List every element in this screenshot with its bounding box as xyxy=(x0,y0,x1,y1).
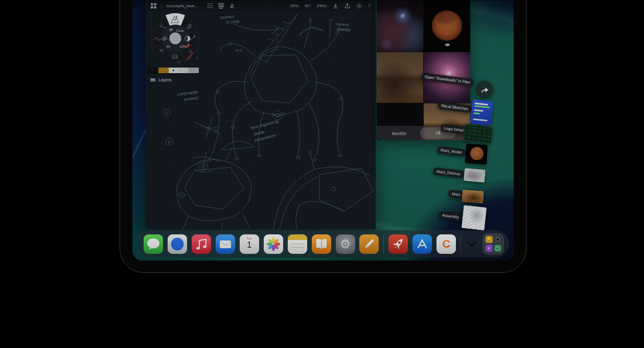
drag-thumb-mars[interactable] xyxy=(462,190,484,204)
appstore-a-icon xyxy=(412,234,432,254)
tab-all-label: All xyxy=(435,130,440,136)
photos-app-window: Months All xyxy=(377,1,470,140)
c-app-glyph: C xyxy=(442,238,450,250)
accent-tool-value: 5.91 xyxy=(195,55,199,60)
swatch-light-selected[interactable] xyxy=(169,68,178,73)
music-note-icon xyxy=(192,234,211,254)
dock-app-rocket[interactable] xyxy=(388,234,408,254)
dock-app-mail[interactable] xyxy=(216,234,235,254)
swatch-gray[interactable] xyxy=(189,68,199,73)
stacked-lines-icon[interactable] xyxy=(218,3,224,9)
pen-nib-icon[interactable] xyxy=(229,3,235,9)
dock-app-settings[interactable]: ⚙ xyxy=(336,234,355,254)
hub-size-value: 1.6 pts xyxy=(176,29,184,32)
drag-thumb-mars-deimos[interactable] xyxy=(464,168,486,182)
drag-thumb-logo-detail[interactable] xyxy=(463,124,493,144)
dock-app-drawing[interactable] xyxy=(359,234,379,254)
note-v2: V=2 xyxy=(235,48,243,53)
photos-flower-icon xyxy=(264,234,283,254)
note-num1: 1 xyxy=(166,111,168,115)
settings-gear-icon[interactable] xyxy=(356,3,362,9)
import-icon[interactable] xyxy=(333,3,338,9)
share-drop-button[interactable] xyxy=(476,81,493,98)
selected-tool-size: 1.6 xyxy=(173,15,177,18)
dock-app-photos[interactable] xyxy=(264,234,283,254)
tool-wheel[interactable]: 1.6 1.3 3.5 A xyxy=(148,12,203,67)
dock-app-music[interactable] xyxy=(192,234,211,254)
notes-line xyxy=(291,247,304,248)
ipad-screen: connect to solar V=2 comms satellite Lon… xyxy=(132,1,514,260)
dock-collapse-button[interactable] xyxy=(466,234,478,254)
dock-divider xyxy=(383,235,384,253)
gallery-icon[interactable] xyxy=(151,3,156,9)
mail-envelope-icon xyxy=(216,234,235,254)
forward-arrow-icon xyxy=(480,86,489,93)
ipad-device-frame: connect to solar V=2 comms satellite Lon… xyxy=(120,0,526,273)
concepts-app-window: connect to solar V=2 comms satellite Lon… xyxy=(146,1,376,229)
canvas-angle[interactable]: 90° xyxy=(305,4,311,8)
dock-app-books[interactable] xyxy=(312,234,331,254)
dock: Tue 1 xyxy=(139,230,509,257)
photo-mars-globe[interactable] xyxy=(424,1,470,52)
calendar-weekday: Tue xyxy=(247,237,251,240)
app-library-mini-tips: 💡 xyxy=(486,236,493,243)
dock-app-calendar[interactable]: Tue 1 xyxy=(240,234,259,254)
pro-badge[interactable]: PRO xyxy=(317,4,327,8)
note-connect-2: to solar xyxy=(226,19,240,25)
note-num2: 2 xyxy=(168,140,170,144)
dock-app-appstore[interactable] xyxy=(412,234,432,254)
swatch-black[interactable] xyxy=(147,68,158,73)
dock-app-library[interactable]: 💡 ★ xyxy=(482,233,504,255)
dock-app-notes[interactable] xyxy=(288,234,307,254)
notes-line xyxy=(291,244,304,245)
dock-app-c[interactable]: C xyxy=(436,234,456,254)
stage: connect to solar V=2 comms satellite Lon… xyxy=(0,0,644,348)
layers-menu-icon xyxy=(150,77,155,82)
swatch-light-gray[interactable] xyxy=(178,68,189,73)
messages-bubble-icon xyxy=(144,234,163,254)
concepts-toolbar: Concepts_blue… xyxy=(146,1,376,11)
layers-label: Layers xyxy=(158,77,172,82)
opacity-max: 100% xyxy=(180,45,187,48)
color-palette-bar[interactable] xyxy=(147,68,199,73)
export-icon[interactable] xyxy=(344,3,350,9)
books-open-book-icon xyxy=(312,234,331,254)
dock-app-safari[interactable] xyxy=(168,234,187,254)
pen-icon xyxy=(359,234,379,254)
photo-mars-hills[interactable] xyxy=(377,52,423,103)
photo-nebula-flame[interactable] xyxy=(377,1,423,52)
wheel-knob[interactable] xyxy=(170,33,181,45)
dock-divider xyxy=(461,235,461,253)
safari-compass-icon xyxy=(168,234,187,254)
document-title[interactable]: Concepts_blue… xyxy=(166,4,199,8)
notes-header-strip xyxy=(288,234,307,240)
opacity-min: 0% xyxy=(166,45,170,48)
app-library-mini-camera xyxy=(494,236,501,243)
calendar-day: 1 xyxy=(247,241,251,249)
drag-thumb-assembly[interactable] xyxy=(462,205,487,230)
app-library-mini-star: ★ xyxy=(486,245,493,252)
objects-grid-icon[interactable] xyxy=(207,3,213,9)
tab-months[interactable]: Months xyxy=(392,131,406,136)
dock-app-messages[interactable] xyxy=(144,234,163,254)
rocket-icon xyxy=(388,234,408,254)
swatch-gold[interactable] xyxy=(158,68,169,73)
help-button[interactable]: ? xyxy=(368,3,371,8)
chevron-down-icon xyxy=(467,241,477,247)
layers-control[interactable]: Layers xyxy=(150,77,172,82)
settings-gear-glyph: ⚙ xyxy=(340,238,351,250)
app-library-mini-clock xyxy=(494,245,501,252)
zoom-level[interactable]: 59% xyxy=(290,4,298,8)
toolbar-separator xyxy=(161,3,162,8)
drag-thumb-mars-model[interactable] xyxy=(465,144,488,165)
drag-thumb-decal-sketches[interactable] xyxy=(470,99,494,126)
swatch-selected-dot xyxy=(173,70,174,71)
